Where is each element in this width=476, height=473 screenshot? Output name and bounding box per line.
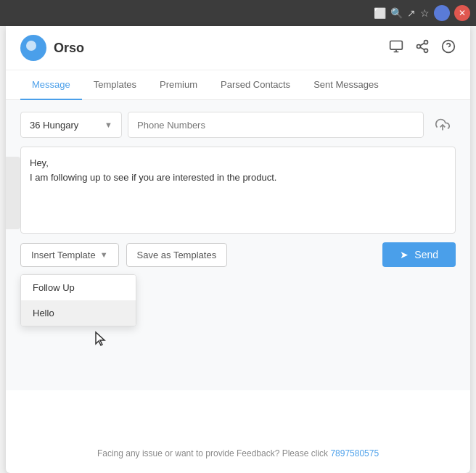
country-select[interactable]: 36 Hungary ▼ bbox=[20, 112, 122, 138]
send-label: Send bbox=[414, 249, 438, 260]
header-icons bbox=[389, 39, 456, 57]
share-icon[interactable] bbox=[415, 39, 430, 57]
app-header: Orso bbox=[6, 26, 470, 70]
footer-text: Facing any issue or want to provide Feed… bbox=[97, 448, 331, 458]
tab-message[interactable]: Message bbox=[20, 70, 82, 100]
message-line1: Hey, bbox=[30, 156, 446, 170]
template-dropdown: Follow Up Hello bbox=[20, 274, 136, 326]
tab-sent-messages[interactable]: Sent Messages bbox=[302, 70, 390, 100]
star-icon[interactable]: ☆ bbox=[420, 7, 430, 19]
insert-template-label: Insert Template bbox=[31, 250, 96, 260]
svg-point-3 bbox=[424, 49, 428, 52]
nav-tabs: Message Templates Premium Parsed Contact… bbox=[6, 70, 470, 100]
footer-phone-link[interactable]: 7897580575 bbox=[330, 448, 379, 458]
svg-point-2 bbox=[417, 44, 421, 48]
country-value: 36 Hungary bbox=[30, 120, 78, 131]
phone-number-input[interactable] bbox=[128, 112, 424, 138]
zoom-icon[interactable]: 🔍 bbox=[390, 7, 403, 19]
tab-parsed-contacts[interactable]: Parsed Contacts bbox=[209, 70, 302, 100]
app-logo-name: Orso bbox=[54, 41, 84, 56]
svg-line-5 bbox=[420, 43, 424, 45]
phone-row: 36 Hungary ▼ bbox=[20, 112, 456, 138]
toolbar-row: Insert Template ▼ Follow Up Hello Save a… bbox=[20, 242, 456, 267]
app-footer: Facing any issue or want to provide Feed… bbox=[6, 448, 470, 458]
expand-icon[interactable]: ⬜ bbox=[374, 7, 386, 19]
tab-templates[interactable]: Templates bbox=[82, 70, 148, 100]
svg-point-1 bbox=[424, 40, 428, 44]
app-logo-icon bbox=[20, 35, 46, 61]
left-panel-decoration bbox=[6, 157, 20, 229]
message-line2: I am following up to see if you are inte… bbox=[30, 170, 446, 185]
country-dropdown-arrow: ▼ bbox=[104, 120, 112, 129]
insert-template-button[interactable]: Insert Template ▼ bbox=[20, 243, 119, 267]
help-icon[interactable] bbox=[441, 39, 456, 57]
app-logo: Orso bbox=[20, 35, 84, 61]
send-button[interactable]: ➤ Send bbox=[382, 242, 456, 267]
browser-avatar[interactable] bbox=[434, 5, 450, 21]
dropdown-item-followup[interactable]: Follow Up bbox=[21, 275, 136, 300]
dropdown-item-hello[interactable]: Hello bbox=[21, 300, 136, 326]
browser-bar: ⬜ 🔍 ↗ ☆ ✕ bbox=[0, 0, 476, 26]
send-icon: ➤ bbox=[400, 249, 409, 260]
app-container: Orso Message Tem bbox=[6, 26, 470, 473]
share-icon[interactable]: ↗ bbox=[407, 7, 416, 19]
svg-rect-0 bbox=[390, 41, 403, 49]
upload-icon[interactable] bbox=[430, 112, 456, 138]
screen-share-icon[interactable] bbox=[389, 39, 403, 57]
insert-template-arrow: ▼ bbox=[100, 250, 108, 259]
main-content: 36 Hungary ▼ Hey, I am following up to s… bbox=[6, 100, 470, 390]
browser-close-button[interactable]: ✕ bbox=[454, 5, 470, 21]
message-box[interactable]: Hey, I am following up to see if you are… bbox=[20, 147, 456, 234]
svg-line-4 bbox=[420, 47, 424, 49]
tab-premium[interactable]: Premium bbox=[148, 70, 209, 100]
save-templates-button[interactable]: Save as Templates bbox=[126, 243, 228, 267]
